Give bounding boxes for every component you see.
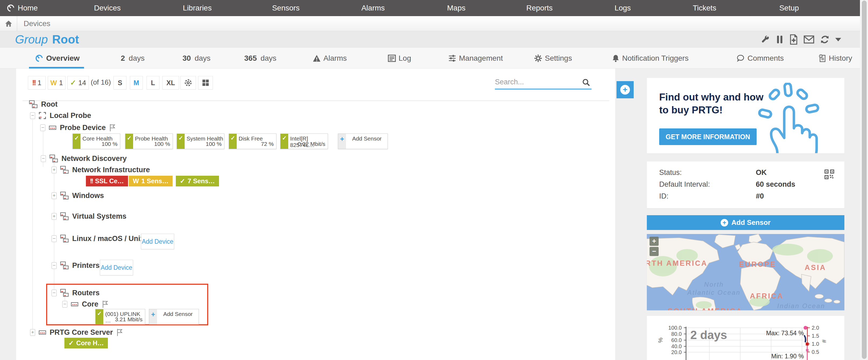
badge-warning-sensors[interactable]: W1 Sens… (129, 176, 173, 187)
left-tick-40: 40.0 (671, 343, 682, 349)
group-linux-label[interactable]: Linux / macOS / Unix (72, 234, 145, 243)
nav-item-libraries[interactable]: Libraries (183, 0, 212, 16)
group-windows-label[interactable]: Windows (72, 192, 104, 200)
tab-overview-label: Overview (46, 54, 80, 63)
mini-graph-card[interactable]: 100.0 80.0 60.0 40.0 20.0 2.0 1.5 1.0 0.… (647, 316, 844, 360)
page-header: GroupRoot (0, 31, 860, 48)
breadcrumb-path[interactable]: Devices (24, 16, 51, 31)
tab-2-days[interactable]: 2days (121, 48, 145, 68)
filter-warning-count[interactable]: W 1 (48, 76, 65, 89)
filter-ok-count[interactable]: ✓ 14 (67, 76, 89, 89)
scrollbar-thumb[interactable] (862, 1, 867, 359)
expand-expander[interactable]: + (52, 213, 57, 220)
add-sensor-bar-button[interactable]: + Add Sensor (647, 215, 844, 230)
map-zoom-in-button[interactable]: + (650, 237, 659, 246)
add-sensor-tile[interactable]: + Add Sensor (338, 134, 388, 149)
collapse-expander[interactable]: − (30, 112, 35, 119)
tab-log[interactable]: Log (388, 48, 411, 68)
group-network-discovery-label[interactable]: Network Discovery (61, 155, 127, 163)
size-button-xl[interactable]: XL (162, 76, 179, 89)
wrench-icon[interactable] (761, 35, 770, 44)
tab-365-days[interactable]: 365days (244, 48, 276, 68)
error-icon: !! (32, 79, 35, 87)
tree-row-root: Root (29, 99, 57, 110)
nav-item-home[interactable]: Home (6, 0, 38, 16)
device-probe-device-label[interactable]: Probe Device (60, 123, 106, 132)
expand-expander[interactable]: + (52, 167, 57, 173)
expand-expander[interactable]: + (52, 192, 57, 199)
refresh-icon[interactable] (820, 34, 830, 45)
collapse-expander[interactable]: − (62, 301, 67, 308)
size-button-m[interactable]: M (130, 76, 143, 89)
tab-comments[interactable]: Comments (737, 48, 784, 68)
collapse-expander[interactable]: − (52, 236, 57, 242)
expand-expander[interactable]: + (30, 329, 35, 336)
size-button-l[interactable]: L (147, 76, 159, 89)
collapse-expander[interactable]: − (41, 155, 46, 162)
group-virtual-systems-label[interactable]: Virtual Systems (72, 212, 126, 221)
nav-item-devices[interactable]: Devices (94, 0, 121, 16)
add-report-icon[interactable] (789, 34, 798, 45)
status-value: OK (756, 168, 767, 177)
tab-notification-triggers[interactable]: Notification Triggers (612, 48, 688, 68)
add-object-button[interactable]: + (617, 81, 634, 98)
device-core-label[interactable]: Core (82, 300, 98, 308)
pause-icon[interactable] (776, 35, 784, 44)
email-icon[interactable] (804, 35, 814, 44)
device-prtg-core-server-label[interactable]: PRTG Core Server (50, 328, 113, 337)
sensor-system-health[interactable]: ✓ System Health 100 % (177, 134, 224, 149)
collapse-expander[interactable]: − (40, 124, 45, 131)
search-icon[interactable] (582, 78, 590, 87)
tab-30-days[interactable]: 30days (183, 48, 210, 68)
warning-icon: W (133, 177, 139, 185)
nav-item-tickets[interactable]: Tickets (693, 0, 716, 16)
sensor-core-health[interactable]: ✓ Core Health 100 % (72, 134, 120, 149)
tile-view-button[interactable] (198, 76, 213, 89)
collapse-expander[interactable]: − (52, 289, 57, 296)
nav-item-maps[interactable]: Maps (447, 0, 465, 16)
clicking-hand-illustration (754, 83, 837, 153)
collapse-expander[interactable]: − (52, 262, 57, 269)
tab-settings[interactable]: Settings (534, 48, 572, 68)
nav-item-setup[interactable]: Setup (779, 0, 799, 16)
badge-core-health[interactable]: ✓Core H… (64, 338, 108, 349)
search-input[interactable] (495, 76, 578, 88)
nav-item-logs[interactable]: Logs (615, 0, 631, 16)
nav-item-reports[interactable]: Reports (526, 0, 553, 16)
get-more-information-button[interactable]: GET MORE INFORMATION (659, 129, 756, 145)
promo-title: Find out why and how to buy PRTG! (659, 91, 763, 117)
sensor-probe-health[interactable]: ✓ Probe Health 100 % (125, 134, 173, 149)
bell-icon (612, 54, 619, 62)
tab-alarms[interactable]: Alarms (313, 48, 347, 68)
tab-management[interactable]: Management (448, 48, 503, 68)
group-network-infrastructure-label[interactable]: Network Infrastructure (72, 166, 150, 174)
geo-map-card[interactable]: NORTH AMERICA EUROPE ASIA AFRICA SOUTH A… (647, 234, 844, 310)
group-printers-label[interactable]: Printers (72, 261, 100, 270)
filter-error-count[interactable]: !! 1 (28, 76, 45, 89)
size-button-s[interactable]: S (114, 76, 126, 89)
sensor-uplink[interactable]: ✓ (001) UPLINK … 3.21 Mbit/s (95, 309, 145, 325)
probe-local-probe-label[interactable]: Local Probe (50, 111, 91, 120)
view-options-button[interactable] (180, 76, 196, 89)
group-routers-label[interactable]: Routers (72, 289, 100, 297)
tree-row-printers: − Printers (52, 260, 100, 271)
add-device-button-printers[interactable]: Add Device (100, 260, 133, 275)
qr-code-icon[interactable] (825, 169, 834, 179)
badge-error-ssl[interactable]: !!SSL Ce… (86, 176, 128, 187)
left-tick-80: 80.0 (671, 331, 682, 337)
map-zoom-out-button[interactable]: − (650, 247, 659, 256)
nav-item-sensors[interactable]: Sensors (272, 0, 300, 16)
tab-history[interactable]: History (818, 48, 852, 68)
group-icon (29, 100, 38, 108)
tab-overview[interactable]: Overview (35, 48, 80, 68)
breadcrumb-home-button[interactable] (0, 16, 17, 31)
badge-ok-sensors[interactable]: ✓7 Sens… (176, 176, 219, 187)
group-root-label[interactable]: Root (41, 100, 57, 109)
dropdown-caret-icon[interactable] (835, 38, 841, 41)
sensor-disk-free[interactable]: ✓ Disk Free 72 % (229, 134, 276, 149)
nav-item-alarms[interactable]: Alarms (361, 0, 384, 16)
sensor-intel-nic[interactable]: ✓ Intel[R] 82574L… 0.02 Mbit/s (280, 134, 328, 149)
add-sensor-tile[interactable]: + Add Sensor (149, 309, 199, 325)
add-device-button-linux[interactable]: Add Device (141, 234, 174, 249)
warning-icon: W (50, 79, 57, 87)
